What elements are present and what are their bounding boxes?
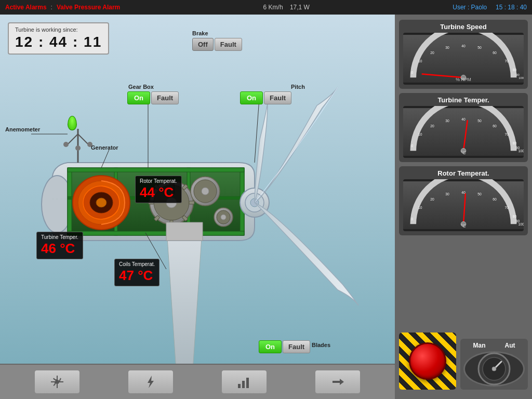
svg-text:°C: °C <box>461 150 466 155</box>
gearbox-fault-button[interactable]: Fault <box>151 91 179 104</box>
blades-fault-button[interactable]: Fault <box>283 340 310 353</box>
svg-text:70: 70 <box>504 132 509 136</box>
gearbox-on-button[interactable]: On <box>127 91 150 104</box>
coils-temp-value: 47 °C <box>119 268 155 284</box>
working-since-time: 12 : 44 : 11 <box>15 34 102 50</box>
svg-text:100: 100 <box>518 149 524 153</box>
svg-rect-58 <box>246 378 249 388</box>
svg-rect-10 <box>68 231 244 235</box>
active-alarms-text: Active Alarms <box>5 4 47 11</box>
toolbar-btn-4[interactable] <box>314 369 361 394</box>
turbine-icon <box>49 374 65 390</box>
svg-text:0: 0 <box>411 144 414 148</box>
toolbar-btn-3[interactable] <box>221 369 268 394</box>
working-since-label: Turbine is working since: <box>15 26 102 33</box>
svg-rect-56 <box>238 384 241 388</box>
svg-text:100: 100 <box>518 76 524 79</box>
coils-temp-label: Coils Temperat. <box>119 261 155 267</box>
speed-value: 6 Km/h <box>263 4 283 11</box>
rotor-temper-gauge-box: Rotor Temperat. 0 10 20 30 40 50 60 70 8… <box>399 166 528 235</box>
rotor-temper-title: Rotor Temperat. <box>403 169 524 177</box>
svg-point-108 <box>492 367 496 371</box>
svg-point-30 <box>202 188 209 195</box>
toolbar-btn-1[interactable] <box>34 369 81 394</box>
svg-text:20: 20 <box>430 51 434 55</box>
alarm-detail-text: Valve Pressure Alarm <box>57 4 120 11</box>
coils-temperature-overlay: Coils Temperat. 47 °C <box>114 259 159 286</box>
svg-text:60: 60 <box>493 51 497 55</box>
blades-control-group: On Fault <box>259 340 310 353</box>
turbine-speed-title: Turbine Speed <box>403 23 524 31</box>
temper-gauge-svg: 0 10 20 30 40 50 60 70 80 90 100 <box>403 106 524 158</box>
top-bar: Active Alarms : Valve Pressure Alarm 6 K… <box>0 0 532 15</box>
emergency-stop-button[interactable] <box>409 342 446 380</box>
aut-label: Aut <box>505 342 515 349</box>
turbine-temp-label: Turbine Temper. <box>41 234 78 240</box>
svg-rect-5 <box>68 168 72 235</box>
turbine-temper-gauge: 0 10 20 30 40 50 60 70 80 90 100 <box>403 106 524 158</box>
svg-text:60: 60 <box>493 124 497 128</box>
svg-text:10: 10 <box>418 206 422 209</box>
svg-text:50: 50 <box>477 192 482 196</box>
svg-point-43 <box>75 145 81 151</box>
lightning-icon <box>143 375 158 389</box>
svg-rect-23 <box>189 201 194 204</box>
svg-text:80: 80 <box>513 68 517 72</box>
gearbox-label: Gear Box <box>128 84 154 90</box>
svg-point-16 <box>96 198 107 207</box>
power-value: 17,1 W <box>290 4 310 11</box>
svg-text:40: 40 <box>461 44 466 48</box>
bottom-toolbar <box>0 364 395 399</box>
pitch-label: Pitch <box>291 84 305 90</box>
pitch-on-button[interactable]: On <box>240 91 263 104</box>
turbine-speed-gauge: 0 10 20 30 40 50 60 70 80 90 100 <box>403 33 524 85</box>
man-aut-control: Man Aut <box>460 339 528 390</box>
right-panel: Turbine Speed 0 10 <box>395 15 532 399</box>
blades-on-button[interactable]: On <box>259 340 282 353</box>
svg-text:100: 100 <box>518 222 524 226</box>
svg-point-41 <box>63 142 69 147</box>
svg-text:30: 30 <box>445 119 449 123</box>
man-aut-header: Man Aut <box>463 342 525 349</box>
man-label: Man <box>473 342 486 349</box>
rotor-temperature-overlay: Rotor Temperat. 44 °C <box>135 176 182 203</box>
rotor-temp-value: 44 °C <box>140 184 177 201</box>
svg-text:80: 80 <box>513 141 517 145</box>
svg-text:50: 50 <box>477 119 482 123</box>
turbine-visualization <box>0 15 395 378</box>
svg-text:20: 20 <box>430 197 434 201</box>
svg-text:10: 10 <box>418 132 422 136</box>
svg-text:70: 70 <box>504 59 509 63</box>
svg-text:80: 80 <box>513 215 517 218</box>
svg-text:% RPM: % RPM <box>456 77 471 82</box>
svg-text:50: 50 <box>477 46 482 49</box>
user-name: Paolo <box>471 4 487 11</box>
svg-text:70: 70 <box>504 206 509 209</box>
turbine-temper-title: Turbine Temper. <box>403 96 524 104</box>
turbine-temp-value: 46 °C <box>41 241 78 257</box>
gearbox-control-group: On Fault <box>127 91 179 104</box>
user-time-display: User : Paolo 15 : 18 : 40 <box>453 4 527 11</box>
dial-svg <box>476 351 512 387</box>
svg-rect-57 <box>242 381 245 388</box>
working-since-box: Turbine is working since: 12 : 44 : 11 <box>8 22 109 55</box>
brake-fault-button[interactable]: Fault <box>215 38 242 51</box>
svg-marker-59 <box>332 379 344 385</box>
anemometer-indicator <box>68 116 77 130</box>
emergency-stop-panel <box>399 332 456 390</box>
blades-label: Blades <box>312 342 330 348</box>
man-aut-dial[interactable] <box>463 351 525 387</box>
user-label: User : <box>453 4 469 11</box>
svg-text:30: 30 <box>445 46 449 49</box>
toolbar-btn-2[interactable] <box>127 369 174 394</box>
chart-icon <box>237 375 251 389</box>
brake-off-button[interactable]: Off <box>192 38 214 51</box>
generator-label: Generator <box>91 144 118 151</box>
pitch-fault-button[interactable]: Fault <box>264 91 291 104</box>
arrow-icon <box>330 375 345 389</box>
svg-point-50 <box>55 380 59 384</box>
svg-text:40: 40 <box>461 117 466 121</box>
svg-text:0: 0 <box>411 217 414 221</box>
bottom-controls: Man Aut <box>399 240 528 394</box>
rotor-gauge-svg: 0 10 20 30 40 50 60 70 80 90 100 <box>403 179 524 231</box>
